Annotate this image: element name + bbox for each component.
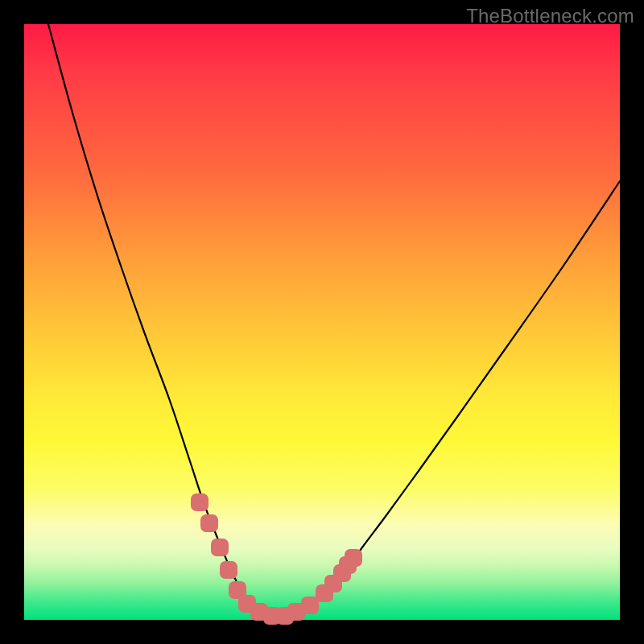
bottleneck-chart — [24, 24, 620, 620]
highlight-marker — [211, 539, 229, 556]
bottleneck-curve-line — [48, 24, 620, 616]
highlight-markers — [191, 493, 362, 625]
highlight-marker — [345, 549, 362, 567]
highlight-marker — [191, 493, 208, 511]
highlight-marker — [220, 561, 237, 579]
highlight-marker — [200, 514, 218, 532]
highlight-marker — [301, 597, 319, 614]
